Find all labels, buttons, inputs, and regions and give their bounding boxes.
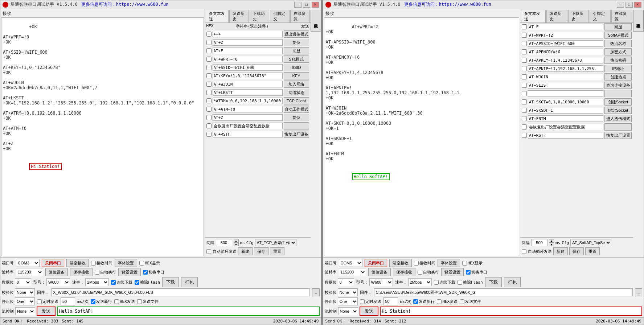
browse-btn-1[interactable]: .. <box>312 288 319 296</box>
rl-btn-3[interactable]: 加密方式 <box>604 48 632 55</box>
ms-btn-10[interactable]: 复位 <box>284 114 309 121</box>
ms-input-9[interactable] <box>213 106 283 112</box>
ms-input-0[interactable] <box>213 31 283 37</box>
rl-chk-8[interactable] <box>522 91 527 96</box>
restore-btn-1[interactable]: 复位设备 <box>45 268 68 276</box>
rl-btn-4[interactable]: 热点密码 <box>604 57 632 64</box>
send-newline-chk-2[interactable]: 发送新行 <box>413 299 435 304</box>
rl-btn-9[interactable]: 创建Socket <box>604 98 632 106</box>
ms-input-10[interactable] <box>213 114 283 121</box>
rl-chk-7[interactable] <box>522 83 527 88</box>
flow-select-2[interactable]: None <box>338 307 358 315</box>
new-btn-2[interactable]: 新建 <box>553 247 568 255</box>
rl-input-4[interactable] <box>528 57 603 63</box>
reset-btn-2[interactable]: 重置 <box>585 247 600 255</box>
erase-flash-chk-2[interactable]: 擦除Flash <box>458 280 483 285</box>
hex-display-chk-2[interactable]: HEX显示 <box>462 260 483 266</box>
ms-btn-9[interactable]: 自动工作模式 <box>284 106 309 113</box>
close-btn-1[interactable]: × <box>312 2 319 8</box>
rl-chk-1[interactable] <box>522 33 527 38</box>
continuous-dl-chk-2[interactable]: 连续下载 <box>434 280 455 285</box>
rl-input-9[interactable] <box>528 99 603 105</box>
download-btn-1[interactable]: 下载 <box>162 277 179 287</box>
ms-input-6[interactable] <box>213 81 283 87</box>
rl-input-0[interactable] <box>528 24 603 30</box>
close-port-btn-2[interactable]: 关闭串口 <box>365 259 387 267</box>
hex-send-chk-2[interactable]: HEX发送 <box>437 299 458 304</box>
save-recv-btn-1[interactable]: 保存接收 <box>70 268 93 276</box>
ms-input-4[interactable] <box>213 64 283 71</box>
clear-recv-btn-2[interactable]: 清空接收 <box>389 259 412 267</box>
send-button-2[interactable]: 发送 <box>360 307 378 316</box>
cfg-select-2[interactable]: AT_SoftAP_TcpSe <box>570 239 611 246</box>
rl-chk-6[interactable] <box>522 74 527 79</box>
auto-newline-chk-2[interactable]: 自动换行 <box>418 270 439 275</box>
rl-btn-10[interactable]: 绑定Socket <box>604 107 632 114</box>
bg-btn-1[interactable]: 背景设置 <box>118 268 141 276</box>
rl-btn-2[interactable]: 热点名称 <box>604 40 632 47</box>
rl-input-6[interactable] <box>528 74 603 80</box>
ms-input-12[interactable] <box>213 131 283 137</box>
ms-chk-0[interactable] <box>206 32 212 37</box>
font-btn-1[interactable]: 字体设置 <box>115 259 137 267</box>
rl-btn-12[interactable] <box>604 123 632 131</box>
ms-btn-12[interactable]: 恢复出厂设备 <box>284 131 309 138</box>
minimize-btn-1[interactable]: — <box>294 2 302 8</box>
ms-btn-2[interactable]: 回显 <box>284 47 309 54</box>
ms-input-1[interactable] <box>213 39 283 46</box>
rl-btn-5[interactable]: IP地址 <box>604 65 632 72</box>
ms-chk-11[interactable] <box>206 123 212 128</box>
ms-chk-10[interactable] <box>206 115 212 120</box>
ms-btn-1[interactable]: 复位 <box>284 39 309 46</box>
autocycle-chk-1[interactable] <box>206 249 211 254</box>
send-input-1[interactable] <box>57 307 320 316</box>
download-btn-2[interactable]: 下载 <box>485 277 502 287</box>
save-recv-btn-2[interactable]: 保存接收 <box>393 268 415 276</box>
ms-input-5[interactable] <box>213 73 283 79</box>
rl-chk-13[interactable] <box>522 133 527 138</box>
ms-chk-4[interactable] <box>206 65 212 70</box>
rl-input-10[interactable] <box>528 107 603 114</box>
ms-input-8[interactable] <box>213 98 283 104</box>
auto-newline-chk-1[interactable]: 自动换行 <box>95 270 116 275</box>
ms-btn-8[interactable]: TCP Client <box>284 97 309 104</box>
port-select-2[interactable]: COM5 <box>339 259 362 267</box>
maximize-btn-1[interactable]: □ <box>303 2 310 8</box>
spin-up-1[interactable]: ▲ <box>234 239 239 243</box>
interval-input-1[interactable] <box>216 239 232 246</box>
ms-input-3[interactable] <box>213 56 283 62</box>
new-btn-1[interactable]: 新建 <box>238 247 253 255</box>
receive-content-2[interactable]: AT+WPRT=!2 +OK AT+APSSID=!WIFI_600 +OK A… <box>324 17 520 256</box>
timed-input-1[interactable] <box>61 297 75 305</box>
restore-btn-2[interactable]: 复位设备 <box>368 268 391 276</box>
rl-input-1[interactable] <box>528 32 603 38</box>
tab-dl-history-2[interactable]: 下载历史 <box>568 10 589 22</box>
reset-btn-1[interactable]: 重置 <box>270 247 284 255</box>
browse-btn-2[interactable]: .. <box>635 288 642 296</box>
rl-btn-0[interactable]: 回显 <box>604 23 632 30</box>
ms-chk-12[interactable] <box>206 132 212 137</box>
send-file-chk-2[interactable]: 发送文件 <box>460 299 481 304</box>
tab-pin-def-1[interactable]: 引脚定义 <box>270 10 290 22</box>
spin-down-1[interactable]: ▼ <box>234 243 239 246</box>
switch-chk-1[interactable]: 切换串口 <box>143 270 164 275</box>
send-button-1[interactable]: 发送 <box>37 307 56 316</box>
rl-chk-4[interactable] <box>522 58 527 63</box>
rl-btn-1[interactable]: SoftAP模式 <box>604 32 632 39</box>
erase-flash-chk-1[interactable]: 擦除Flash <box>135 280 160 285</box>
tab-dl-history-1[interactable]: 下载历史 <box>250 10 269 22</box>
tab-send-history-1[interactable]: 发送历史 <box>229 10 249 22</box>
stopbits-select-2[interactable]: One <box>338 297 358 305</box>
pack-btn-2[interactable]: 打包 <box>504 277 521 287</box>
rl-input-12[interactable] <box>528 124 603 130</box>
receive-content-1[interactable]: +OK AT+WPRT=!0 +OK AT+SSID=!WIFI_600 +OK… <box>1 17 204 256</box>
timed-send-chk-1[interactable]: 定时发送 <box>37 299 58 304</box>
hide-panel-btn-2[interactable]: 隐藏面板 <box>633 10 644 32</box>
parity-select-1[interactable]: None <box>15 288 35 296</box>
speed-select-1[interactable]: 2Mbps <box>85 278 109 286</box>
model-select-2[interactable]: W600 <box>369 278 393 286</box>
rl-chk-5[interactable] <box>522 66 527 71</box>
ms-chk-9[interactable] <box>206 107 212 112</box>
rl-input-3[interactable] <box>528 49 603 55</box>
databits-select-1[interactable]: 8 <box>15 278 31 286</box>
